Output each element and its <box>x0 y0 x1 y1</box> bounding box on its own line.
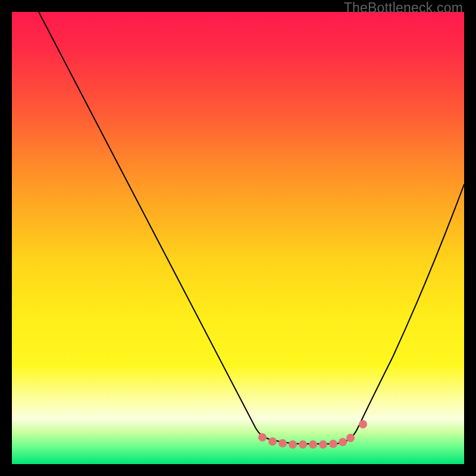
valley-dot <box>329 440 337 448</box>
watermark-text: TheBottleneck.com <box>344 0 463 16</box>
valley-dot <box>309 440 317 449</box>
chart-frame: TheBottleneck.com <box>0 0 476 476</box>
valley-dot <box>258 433 267 441</box>
gradient-background <box>12 12 464 464</box>
valley-dot <box>319 440 327 449</box>
valley-dot <box>339 438 347 446</box>
plot-area <box>12 12 464 464</box>
chart-svg <box>12 12 464 464</box>
valley-dot <box>289 440 297 449</box>
valley-dot <box>299 440 307 449</box>
valley-dot <box>268 437 277 446</box>
valley-dot <box>346 434 355 442</box>
valley-dot <box>278 439 287 447</box>
valley-dot <box>359 420 367 428</box>
